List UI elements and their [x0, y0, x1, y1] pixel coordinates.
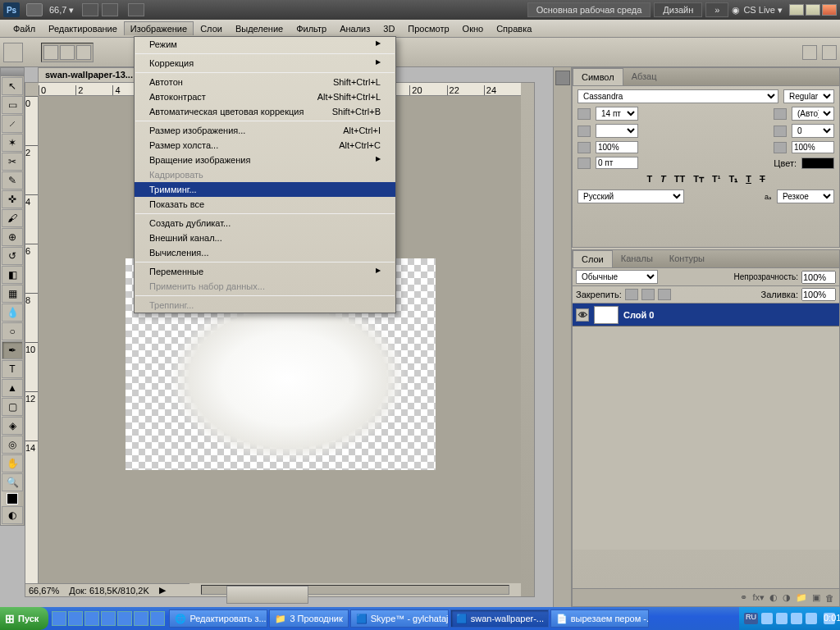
screen-mode-icon[interactable]	[128, 3, 144, 16]
lock-position-icon[interactable]	[641, 289, 655, 300]
tab-character[interactable]: Символ	[573, 68, 623, 85]
path-op-1[interactable]	[43, 45, 58, 60]
task-explorer[interactable]: 📁3 Проводник	[269, 609, 348, 628]
antialias-select[interactable]: Резкое	[777, 189, 834, 203]
ql-icon[interactable]	[150, 611, 165, 626]
pen-tool-icon[interactable]: ✒	[2, 341, 23, 359]
restore-button[interactable]	[806, 4, 820, 16]
history-brush-tool-icon[interactable]: ↺	[2, 247, 23, 265]
status-docsize[interactable]: Док: 618,5K/810,2K	[69, 586, 148, 596]
workspace-essentials[interactable]: Основная рабочая среда	[527, 2, 651, 17]
path-op-3[interactable]	[76, 45, 91, 60]
zoom-tool-icon[interactable]: 🔍	[2, 473, 23, 491]
task-chrome[interactable]: 🌐Редактировать з...	[169, 609, 267, 628]
opt-icon-r2[interactable]	[822, 45, 837, 60]
task-skype[interactable]: 🟦Skype™ - gylchataj1	[350, 609, 449, 628]
fx-icon[interactable]: fx▾	[752, 592, 765, 603]
menu-autotone[interactable]: АвтотонShift+Ctrl+L	[135, 75, 395, 89]
arrange-icon[interactable]	[82, 3, 98, 16]
opt-icon-r1[interactable]	[802, 45, 817, 60]
menu-filter[interactable]: Фильтр	[290, 21, 333, 36]
wand-tool-icon[interactable]: ✶	[2, 134, 23, 152]
menu-analysis[interactable]: Анализ	[333, 21, 377, 36]
menu-image[interactable]: Изображение	[124, 21, 194, 35]
toolbox-handle[interactable]	[1, 68, 24, 76]
quickmask-icon[interactable]: ◐	[2, 506, 23, 524]
menu-duplicate[interactable]: Создать дубликат...	[135, 216, 395, 231]
gradient-tool-icon[interactable]: ▦	[2, 285, 23, 303]
link-layers-icon[interactable]: ⚭	[740, 592, 747, 603]
font-family-select[interactable]: Cassandra	[578, 89, 778, 103]
close-button[interactable]	[822, 4, 837, 16]
menu-calculations[interactable]: Вычисления...	[135, 245, 395, 260]
tab-paths[interactable]: Контуры	[661, 250, 713, 267]
tray-icon[interactable]	[776, 613, 788, 624]
healing-tool-icon[interactable]: ✜	[2, 190, 23, 208]
task-photoshop[interactable]: 🟦swan-wallpaper-...	[450, 609, 549, 628]
tray-lang[interactable]: RU	[744, 613, 758, 624]
adjustment-icon[interactable]: ◑	[783, 592, 791, 603]
eyedropper-tool-icon[interactable]: ✎	[2, 171, 23, 189]
eraser-tool-icon[interactable]: ◧	[2, 266, 23, 284]
font-size-input[interactable]: 14 пт	[596, 107, 638, 121]
lock-pixels-icon[interactable]	[625, 289, 638, 300]
menu-trim[interactable]: Тримминг...	[135, 182, 395, 197]
ql-icon[interactable]	[68, 611, 83, 626]
marquee-tool-icon[interactable]: ▭	[2, 96, 23, 114]
menu-file[interactable]: Файл	[7, 21, 42, 36]
ql-icon[interactable]	[52, 611, 66, 626]
lock-all-icon[interactable]	[658, 289, 671, 300]
allcaps-icon[interactable]: TT	[673, 174, 687, 185]
baseline-input[interactable]	[596, 157, 638, 169]
mask-icon[interactable]: ◐	[769, 592, 778, 603]
type-tool-icon[interactable]: T	[2, 360, 23, 378]
menu-3d[interactable]: 3D	[377, 21, 401, 36]
tray-icon[interactable]	[761, 613, 773, 624]
bold-icon[interactable]: T	[645, 174, 654, 185]
new-layer-icon[interactable]: ▣	[812, 592, 820, 603]
menu-applyimage[interactable]: Внешний канал...	[135, 231, 395, 245]
lasso-tool-icon[interactable]: ⟋	[2, 115, 23, 133]
font-style-select[interactable]: Regular	[783, 89, 834, 103]
underline-icon[interactable]: T	[744, 174, 753, 185]
ql-icon[interactable]	[134, 611, 148, 626]
menu-adjustments[interactable]: Коррекция	[135, 56, 395, 71]
path-select-tool-icon[interactable]: ▲	[2, 379, 23, 397]
workspace-more[interactable]: »	[705, 2, 728, 17]
mini-panel-icon[interactable]	[555, 71, 570, 85]
menu-mode[interactable]: Режим	[135, 37, 395, 52]
task-word[interactable]: 📄вырезаем пером -...	[550, 609, 649, 628]
arrange-icon-2[interactable]	[102, 3, 118, 16]
tool-preset-picker[interactable]	[3, 43, 23, 62]
menu-autocontrast[interactable]: АвтоконтрастAlt+Shift+Ctrl+L	[135, 89, 395, 104]
menu-view[interactable]: Просмотр	[401, 21, 455, 36]
scrollbar-horizontal[interactable]	[189, 583, 521, 596]
start-button[interactable]: Пуск	[0, 607, 48, 630]
strike-icon[interactable]: T	[758, 174, 767, 185]
tab-paragraph[interactable]: Абзац	[623, 68, 665, 85]
foreground-swatch[interactable]	[7, 493, 18, 504]
bridge-dropdown[interactable]	[26, 3, 43, 16]
layer-thumbnail[interactable]	[594, 306, 619, 324]
fill-input[interactable]	[801, 288, 836, 301]
visibility-eye-icon[interactable]: 👁	[576, 308, 589, 322]
subscript-icon[interactable]: T₁	[727, 174, 739, 185]
tab-layers[interactable]: Слои	[573, 250, 613, 267]
hscale-input[interactable]	[792, 141, 834, 153]
language-select[interactable]: Русский	[578, 189, 684, 203]
ql-icon[interactable]	[117, 611, 132, 626]
minimize-button[interactable]	[789, 4, 804, 16]
layer-item[interactable]: 👁 Слой 0	[573, 304, 839, 326]
group-icon[interactable]: 📁	[796, 592, 807, 603]
move-tool-icon[interactable]: ↖	[2, 77, 23, 95]
trash-icon[interactable]: 🗑	[825, 593, 834, 603]
cs-live-button[interactable]: ◉CS Live ▾	[732, 5, 783, 16]
zoom-level[interactable]: 66,7 ▾	[49, 5, 74, 16]
blend-mode-select[interactable]: Обычные	[576, 270, 658, 284]
menu-autocolor[interactable]: Автоматическая цветовая коррекцияShift+C…	[135, 104, 395, 119]
tracking-input[interactable]: 0	[792, 124, 834, 138]
hand-tool-icon[interactable]: ✋	[2, 454, 23, 472]
ql-icon[interactable]	[101, 611, 116, 626]
crop-tool-icon[interactable]: ✂	[2, 153, 23, 171]
menu-rotation[interactable]: Вращение изображения	[135, 153, 395, 167]
